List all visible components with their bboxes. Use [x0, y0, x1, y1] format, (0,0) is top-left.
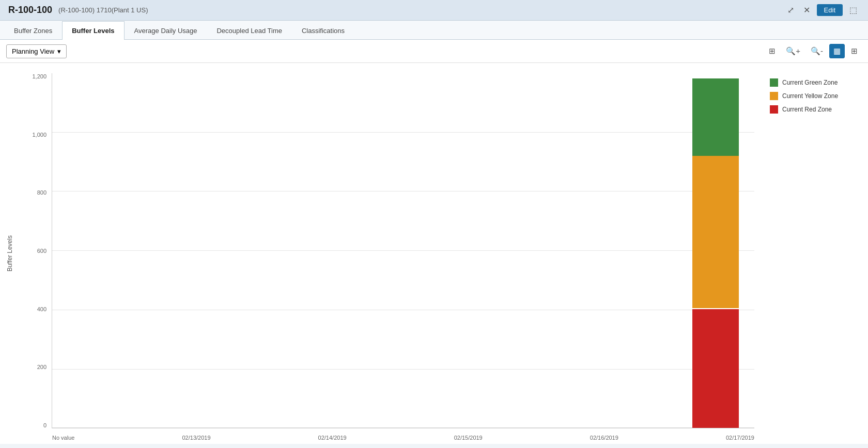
legend-swatch [770, 78, 778, 87]
y-tick: 1,200 [32, 73, 47, 79]
tab-bar: Buffer ZonesBuffer LevelsAverage Daily U… [0, 21, 868, 40]
close-icon[interactable]: ✕ [801, 4, 813, 16]
bar-chart-view-icon[interactable]: ▦ [829, 44, 845, 58]
x-tick: 02/17/2019 [726, 435, 754, 441]
legend-label: Current Red Zone [782, 106, 832, 113]
page-title: R-100-100 [8, 5, 52, 15]
toolbar: Planning View ▾ ⊞ 🔍+ 🔍- ▦ ⊞ [0, 40, 868, 63]
y-tick: 400 [37, 306, 47, 312]
grid-view-icon[interactable]: ⊞ [847, 44, 862, 58]
legend-item: Current Red Zone [770, 105, 863, 114]
y-tick: 800 [37, 189, 47, 196]
tab-decoupled-lead-time[interactable]: Decoupled Lead Time [207, 21, 291, 40]
resize-icon[interactable]: ⤢ [785, 4, 797, 16]
legend-item: Current Yellow Zone [770, 92, 863, 100]
title-bar: R-100-100 (R-100-100) 1710(Plant 1 US) ⤢… [0, 0, 868, 21]
legend-swatch [770, 105, 778, 114]
planning-view-label: Planning View [12, 47, 54, 55]
bar-segment-green [692, 78, 739, 156]
legend-label: Current Green Zone [782, 79, 838, 86]
x-tick: 02/15/2019 [454, 435, 483, 441]
y-tick: 600 [37, 248, 47, 254]
legend-item: Current Green Zone [770, 78, 863, 87]
edit-button[interactable]: Edit [817, 4, 843, 16]
tab-buffer-levels[interactable]: Buffer Levels [62, 21, 124, 40]
y-tick: 0 [43, 422, 47, 428]
tab-buffer-zones[interactable]: Buffer Zones [4, 21, 62, 40]
bar-segment-red [692, 309, 739, 428]
chart-plot: No value02/13/201902/14/201902/15/201902… [52, 73, 754, 428]
external-link-icon[interactable]: ⬚ [847, 4, 860, 16]
fit-view-icon[interactable]: ⊞ [765, 44, 780, 58]
legend-label: Current Yellow Zone [782, 92, 838, 100]
chevron-down-icon: ▾ [57, 47, 61, 55]
y-tick: 1,000 [32, 132, 47, 138]
legend: Current Green ZoneCurrent Yellow ZoneCur… [765, 73, 868, 124]
y-tick: 200 [37, 364, 47, 370]
page-subtitle: (R-100-100) 1710(Plant 1 US) [58, 6, 148, 14]
y-axis-label: Buffer Levels [6, 235, 13, 271]
legend-swatch [770, 92, 778, 100]
bar-container [692, 78, 739, 428]
bar-segment-yellow [692, 156, 739, 308]
tab-average-daily-usage[interactable]: Average Daily Usage [125, 21, 207, 40]
tab-classifications[interactable]: Classifications [292, 21, 354, 40]
x-tick: 02/13/2019 [182, 435, 210, 441]
zoom-in-icon[interactable]: 🔍+ [782, 44, 804, 58]
x-tick: No value [52, 435, 74, 441]
x-tick: 02/14/2019 [318, 435, 347, 441]
chart-area: Buffer Levels 1,2001,0008006004002000 [0, 63, 868, 444]
x-tick: 02/16/2019 [590, 435, 618, 441]
zoom-out-icon[interactable]: 🔍- [807, 44, 827, 58]
planning-view-button[interactable]: Planning View ▾ [6, 44, 67, 58]
